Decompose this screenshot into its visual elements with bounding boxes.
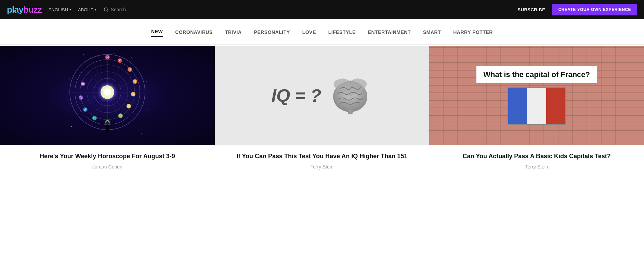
logo-play: play <box>7 4 23 15</box>
logo-buzz: buzz <box>23 4 42 15</box>
subscribe-button[interactable]: SUBSCRIBE <box>517 7 545 12</box>
capitals-question-text: What is the capital of France? <box>476 66 597 83</box>
card-capitals[interactable]: What is the capital of France? Can You A… <box>429 46 644 173</box>
svg-point-7 <box>145 59 145 60</box>
svg-point-2 <box>73 58 74 58</box>
cat-personality[interactable]: PERSONALITY <box>254 29 290 37</box>
svg-point-12 <box>71 126 72 127</box>
nav-about[interactable]: ABOUT ▾ <box>78 7 96 12</box>
svg-text:♓: ♓ <box>105 54 110 60</box>
search-wrap[interactable]: Search <box>103 7 126 12</box>
cat-harry-potter[interactable]: HARRY POTTER <box>453 29 493 37</box>
search-icon <box>103 7 109 12</box>
card-capitals-author: Terry Stein <box>436 164 637 170</box>
flag-white <box>527 88 546 124</box>
svg-text:♑: ♑ <box>78 95 83 100</box>
svg-point-44 <box>106 121 109 125</box>
svg-point-29 <box>104 89 111 96</box>
card-horoscope-body: Here's Your Weekly Horoscope For August … <box>0 145 215 173</box>
cat-lifestyle[interactable]: LIFESTYLE <box>328 29 356 37</box>
svg-point-6 <box>131 57 132 58</box>
cat-love[interactable]: LOVE <box>302 29 316 37</box>
svg-point-9 <box>146 82 147 82</box>
card-horoscope-image: ♓ ♈ ♉ ♊ ♋ ♌ ♍ ♎ ♏ ♐ ♑ ♒ <box>0 46 215 145</box>
chevron-down-icon: ▾ <box>95 8 96 11</box>
svg-point-8 <box>69 78 70 79</box>
svg-text:♋: ♋ <box>130 91 135 97</box>
svg-text:♌: ♌ <box>126 103 131 109</box>
chevron-down-icon: ▾ <box>69 8 71 11</box>
svg-point-13 <box>141 133 142 134</box>
nav-english-label: ENGLISH <box>49 7 68 12</box>
category-nav: NEW CORONAVIRUS TRIVIA PERSONALITY LOVE … <box>0 19 644 45</box>
card-iq-body: If You Can Pass This Test You Have An IQ… <box>215 145 430 173</box>
nav-about-label: ABOUT <box>78 7 93 12</box>
svg-text:♊: ♊ <box>132 79 137 84</box>
svg-line-1 <box>107 11 108 12</box>
cat-new[interactable]: NEW <box>151 29 163 37</box>
svg-text:♒: ♒ <box>80 81 85 86</box>
svg-point-10 <box>68 102 68 103</box>
card-iq-title: If You Can Pass This Test You Have An IQ… <box>222 152 423 161</box>
main-grid: ♓ ♈ ♉ ♊ ♋ ♌ ♍ ♎ ♏ ♐ ♑ ♒ <box>0 46 644 173</box>
create-button[interactable]: CREATE YOUR OWN EXPERIENCE <box>552 4 637 15</box>
card-iq[interactable]: IQ = ? <box>215 46 430 173</box>
search-label: Search <box>111 7 126 12</box>
header: playbuzz ENGLISH ▾ ABOUT ▾ Search SUBSCR… <box>0 0 644 19</box>
card-horoscope-title: Here's Your Weekly Horoscope For August … <box>7 152 208 161</box>
zodiac-wheel-svg: ♓ ♈ ♉ ♊ ♋ ♌ ♍ ♎ ♏ ♐ ♑ ♒ <box>63 51 152 140</box>
cat-smart[interactable]: SMART <box>423 29 441 37</box>
card-iq-image: IQ = ? <box>215 46 430 145</box>
svg-text:♍: ♍ <box>118 113 123 118</box>
card-capitals-body: Can You Actually Pass A Basic Kids Capit… <box>429 145 644 173</box>
card-capitals-title: Can You Actually Pass A Basic Kids Capit… <box>436 152 637 161</box>
svg-rect-49 <box>348 109 353 114</box>
card-iq-author: Terry Stein <box>222 164 423 170</box>
cat-coronavirus[interactable]: CORONAVIRUS <box>175 29 212 37</box>
logo[interactable]: playbuzz <box>7 4 42 15</box>
cat-trivia[interactable]: TRIVIA <box>225 29 242 37</box>
svg-text:♈: ♈ <box>117 58 122 63</box>
svg-text:♐: ♐ <box>82 107 88 112</box>
iq-label: IQ = ? <box>272 85 321 106</box>
svg-point-0 <box>104 8 107 11</box>
svg-point-3 <box>83 54 84 55</box>
card-capitals-image: What is the capital of France? <box>429 46 644 145</box>
card-horoscope[interactable]: ♓ ♈ ♉ ♊ ♋ ♌ ♍ ♎ ♏ ♐ ♑ ♒ <box>0 46 215 173</box>
cat-entertainment[interactable]: ENTERTAINMENT <box>368 29 411 37</box>
brain-icon <box>328 73 372 118</box>
svg-text:♏: ♏ <box>92 115 97 121</box>
svg-point-11 <box>147 109 148 110</box>
card-horoscope-author: Jordan Cohen <box>7 164 208 170</box>
svg-rect-43 <box>106 125 109 131</box>
flag-red <box>546 88 565 124</box>
flag-blue <box>508 88 527 124</box>
france-flag <box>508 87 566 125</box>
nav-english[interactable]: ENGLISH ▾ <box>49 7 71 12</box>
svg-point-5 <box>114 53 115 54</box>
svg-text:♉: ♉ <box>127 67 132 72</box>
